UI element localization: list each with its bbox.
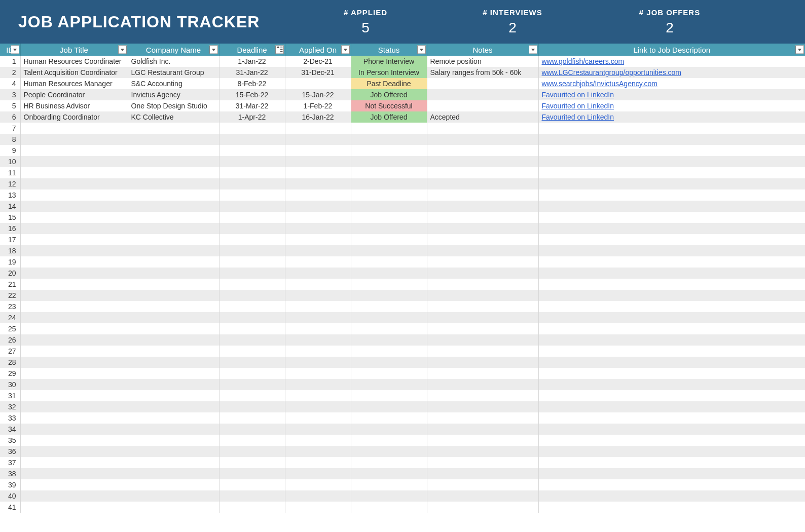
cell-empty[interactable] [219,323,285,334]
cell-empty[interactable] [351,368,427,379]
cell-empty[interactable] [538,401,805,412]
cell-company[interactable]: LGC Restaurant Group [128,67,219,78]
col-id[interactable]: ID [0,44,20,56]
cell-empty[interactable] [427,490,538,502]
cell-empty[interactable] [351,435,427,446]
cell-empty[interactable] [128,189,219,201]
cell-empty[interactable] [128,479,219,490]
cell-empty[interactable] [351,245,427,256]
cell-id[interactable]: 7 [0,123,20,134]
cell-empty[interactable] [20,201,128,212]
col-applied[interactable]: Applied On [285,44,351,56]
cell-empty[interactable] [427,468,538,479]
cell-empty[interactable] [20,457,128,468]
cell-empty[interactable] [351,134,427,145]
cell-empty[interactable] [285,446,351,457]
cell-empty[interactable] [538,189,805,201]
cell-empty[interactable] [538,156,805,167]
cell-empty[interactable] [219,290,285,301]
cell-empty[interactable] [128,357,219,368]
cell-id[interactable]: 35 [0,435,20,446]
cell-empty[interactable] [427,312,538,323]
cell-empty[interactable] [538,167,805,178]
cell-applied[interactable] [285,78,351,89]
cell-empty[interactable] [128,234,219,245]
cell-empty[interactable] [427,156,538,167]
cell-id[interactable]: 8 [0,134,20,145]
cell-empty[interactable] [538,390,805,401]
cell-empty[interactable] [351,346,427,357]
cell-link[interactable]: Favourited on LinkedIn [538,89,805,100]
cell-empty[interactable] [285,189,351,201]
cell-empty[interactable] [285,201,351,212]
cell-empty[interactable] [128,290,219,301]
cell-id[interactable]: 30 [0,379,20,390]
cell-empty[interactable] [538,301,805,312]
cell-status[interactable]: Not Successful [351,100,427,111]
cell-empty[interactable] [351,156,427,167]
cell-empty[interactable] [285,457,351,468]
cell-empty[interactable] [219,256,285,268]
cell-empty[interactable] [285,134,351,145]
cell-id[interactable]: 41 [0,502,20,513]
job-link[interactable]: Favourited on LinkedIn [542,91,614,99]
cell-empty[interactable] [351,379,427,390]
cell-empty[interactable] [219,479,285,490]
cell-empty[interactable] [219,268,285,279]
cell-empty[interactable] [427,245,538,256]
cell-empty[interactable] [20,167,128,178]
cell-empty[interactable] [427,268,538,279]
cell-empty[interactable] [20,412,128,424]
cell-empty[interactable] [219,346,285,357]
cell-empty[interactable] [538,435,805,446]
cell-empty[interactable] [351,357,427,368]
cell-empty[interactable] [351,490,427,502]
cell-id[interactable]: 39 [0,479,20,490]
cell-empty[interactable] [128,145,219,156]
cell-empty[interactable] [351,323,427,334]
cell-empty[interactable] [538,412,805,424]
cell-empty[interactable] [285,290,351,301]
cell-empty[interactable] [128,446,219,457]
cell-id[interactable]: 33 [0,412,20,424]
cell-empty[interactable] [351,145,427,156]
cell-empty[interactable] [128,490,219,502]
cell-empty[interactable] [20,223,128,234]
filter-icon[interactable] [795,46,804,54]
cell-id[interactable]: 25 [0,323,20,334]
cell-empty[interactable] [128,401,219,412]
cell-empty[interactable] [427,435,538,446]
cell-empty[interactable] [285,145,351,156]
cell-empty[interactable] [427,424,538,435]
cell-empty[interactable] [128,435,219,446]
cell-applied[interactable]: 2-Dec-21 [285,56,351,67]
cell-id[interactable]: 13 [0,189,20,201]
cell-id[interactable]: 17 [0,234,20,245]
cell-empty[interactable] [219,457,285,468]
cell-empty[interactable] [351,424,427,435]
cell-empty[interactable] [285,256,351,268]
cell-empty[interactable] [285,368,351,379]
cell-empty[interactable] [538,479,805,490]
cell-empty[interactable] [538,468,805,479]
cell-empty[interactable] [427,346,538,357]
cell-empty[interactable] [219,357,285,368]
cell-empty[interactable] [20,301,128,312]
cell-empty[interactable] [427,123,538,134]
cell-empty[interactable] [427,189,538,201]
cell-empty[interactable] [351,390,427,401]
cell-empty[interactable] [128,134,219,145]
col-notes[interactable]: Notes [427,44,538,56]
cell-empty[interactable] [351,123,427,134]
cell-empty[interactable] [285,346,351,357]
cell-empty[interactable] [427,357,538,368]
cell-empty[interactable] [427,479,538,490]
cell-empty[interactable] [351,256,427,268]
cell-empty[interactable] [128,468,219,479]
cell-deadline[interactable]: 8-Feb-22 [219,78,285,89]
cell-notes[interactable]: Salary ranges from 50k - 60k [427,67,538,78]
cell-empty[interactable] [285,479,351,490]
cell-empty[interactable] [427,502,538,513]
job-link[interactable]: www.LGCrestaurantgroup/opportunities.com [542,68,681,77]
cell-empty[interactable] [538,368,805,379]
